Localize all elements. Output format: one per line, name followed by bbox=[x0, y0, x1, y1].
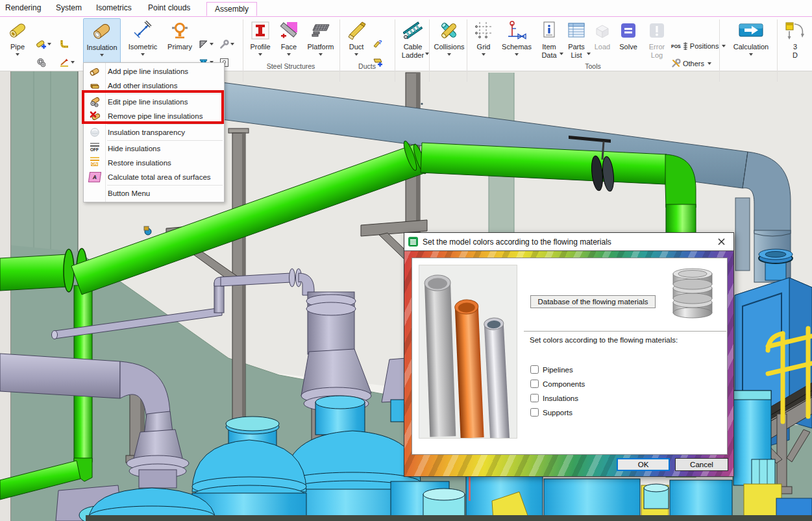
isometric-label: Isometric bbox=[129, 43, 158, 51]
dialog-separator bbox=[524, 331, 726, 332]
profile-button[interactable]: Profile bbox=[247, 18, 274, 69]
positions-screw-icon bbox=[683, 42, 688, 51]
group-label-ducts: Ducts bbox=[339, 62, 395, 70]
set-model-colors-dialog: Set the model colors according to the fl… bbox=[404, 232, 734, 477]
three-d-icon bbox=[784, 18, 806, 43]
platform-label: Platform bbox=[308, 43, 334, 51]
insulation-dropdown-menu: Add pipe line insulations Add other insu… bbox=[83, 62, 225, 202]
checkbox-supports[interactable]: Supports bbox=[530, 408, 572, 417]
item-data-button[interactable]: Item Data bbox=[536, 18, 562, 69]
schemas-button[interactable]: Schemas bbox=[498, 18, 535, 69]
menu-item-label: Calculate total area of surfaces bbox=[105, 173, 211, 181]
menu-item-add-pipe-line-insulations[interactable]: Add pipe line insulations bbox=[84, 64, 224, 79]
tab-assembly[interactable]: Assembly bbox=[206, 2, 257, 16]
pipe-add-button[interactable] bbox=[36, 36, 51, 52]
ok-button[interactable]: OK bbox=[617, 458, 670, 471]
close-button[interactable] bbox=[709, 234, 733, 250]
isometric-button[interactable]: Isometric bbox=[125, 18, 161, 69]
error-log-label: Error Log bbox=[645, 43, 669, 59]
three-d-button[interactable]: 3 D bbox=[780, 18, 810, 69]
support-bracket-icon bbox=[199, 40, 208, 49]
error-log-button: Error Log bbox=[644, 18, 670, 69]
menu-item-label: Edit pipe line insulations bbox=[105, 98, 188, 106]
profile-icon bbox=[251, 18, 270, 43]
cable-ladder-button[interactable]: Cable Ladder bbox=[397, 18, 428, 69]
collisions-icon bbox=[439, 18, 459, 43]
insulations-checkbox[interactable] bbox=[530, 394, 539, 402]
menu-item-remove-pipe-line-insulations[interactable]: Remove pipe line insulations bbox=[84, 109, 224, 123]
solve-button[interactable]: Solve bbox=[615, 18, 641, 69]
positions-icon: POS bbox=[671, 44, 681, 49]
pipe-button[interactable]: Pipe bbox=[3, 18, 32, 69]
calculation-button[interactable]: Calculation bbox=[726, 18, 776, 69]
wrench-button[interactable] bbox=[219, 36, 234, 52]
group-label-tools: Tools bbox=[467, 62, 719, 70]
support-bracket-button[interactable] bbox=[199, 36, 214, 52]
pipelines-checkbox[interactable] bbox=[530, 365, 539, 374]
checkbox-label: Components bbox=[543, 380, 585, 388]
solve-label: Solve bbox=[619, 43, 637, 51]
parts-list-icon bbox=[567, 18, 586, 43]
checkbox-pipelines[interactable]: Pipelines bbox=[530, 365, 573, 374]
checkbox-label: Insulations bbox=[543, 394, 578, 402]
schemas-label: Schemas bbox=[502, 43, 532, 51]
dialog-panel: Database of the flowing materials bbox=[412, 258, 728, 455]
insulation-button[interactable]: Insulation bbox=[83, 18, 121, 69]
duct-label: Duct bbox=[349, 43, 364, 51]
checkbox-label: Supports bbox=[543, 409, 572, 417]
components-checkbox[interactable] bbox=[530, 380, 539, 388]
tab-isometrics[interactable]: Isometrics bbox=[96, 3, 132, 12]
cancel-button[interactable]: Cancel bbox=[675, 458, 728, 471]
dialog-title-bar[interactable]: Set the model colors according to the fl… bbox=[404, 233, 733, 251]
duct-button[interactable]: Duct bbox=[343, 18, 369, 69]
grid-button[interactable]: Grid bbox=[471, 18, 496, 69]
menu-item-add-other-insulations[interactable]: Add other insulations bbox=[84, 79, 224, 93]
database-flowing-materials-button[interactable]: Database of the flowing materials bbox=[530, 295, 656, 308]
duct-check-button[interactable]: ? bbox=[373, 36, 383, 52]
tab-point-clouds[interactable]: Point clouds bbox=[148, 3, 190, 12]
error-log-icon bbox=[647, 18, 667, 43]
collisions-label: Collisions bbox=[434, 43, 464, 51]
checkbox-components[interactable]: Components bbox=[530, 380, 585, 388]
platform-button[interactable]: Platform bbox=[302, 18, 339, 69]
duct-icon bbox=[347, 18, 366, 43]
menu-item-restore-insulations[interactable]: ON Restore insulations bbox=[84, 156, 224, 170]
pipe-elbow-button[interactable] bbox=[60, 36, 69, 52]
insulation-icon bbox=[92, 19, 112, 43]
calculation-icon bbox=[738, 18, 764, 43]
item-data-icon bbox=[539, 18, 559, 43]
tab-system[interactable]: System bbox=[56, 3, 82, 12]
grid-label: Grid bbox=[477, 43, 491, 51]
ribbon-tab-bar: Rendering System Isometrics Point clouds… bbox=[0, 0, 812, 16]
supports-checkbox[interactable] bbox=[530, 408, 539, 417]
pipe-add-icon bbox=[36, 40, 46, 49]
primary-label: Primary bbox=[167, 43, 192, 51]
menu-item-label: Button Menu bbox=[105, 189, 150, 197]
cable-ladder-label: Cable Ladder bbox=[398, 43, 428, 59]
pipes-illustration bbox=[419, 265, 517, 439]
solve-icon bbox=[619, 18, 638, 43]
collisions-button[interactable]: Collisions bbox=[432, 18, 466, 69]
remove-pipe-insulation-icon bbox=[84, 111, 105, 121]
menu-item-calculate-total-area[interactable]: A Calculate total area of surfaces bbox=[84, 170, 224, 184]
face-button[interactable]: Face bbox=[277, 18, 301, 69]
face-icon bbox=[279, 18, 299, 43]
instruction-label: Set colors according to the flowing mate… bbox=[530, 336, 678, 344]
profile-label: Profile bbox=[250, 43, 270, 51]
transparency-icon bbox=[84, 127, 105, 138]
menu-item-insulation-transparency[interactable]: Insulation transparency bbox=[84, 125, 224, 139]
tab-rendering[interactable]: Rendering bbox=[5, 3, 41, 12]
menu-item-hide-insulations[interactable]: OFF Hide insulations bbox=[84, 141, 224, 156]
menu-item-label: Hide insulations bbox=[105, 145, 160, 152]
isometric-icon bbox=[133, 18, 153, 43]
parts-list-button[interactable]: Parts List bbox=[563, 18, 589, 69]
insulation-label: Insulation bbox=[86, 43, 117, 52]
database-icon bbox=[664, 261, 720, 321]
menu-item-edit-pipe-line-insulations[interactable]: Edit pipe line insulations bbox=[84, 95, 224, 109]
menu-item-button-menu[interactable]: Button Menu bbox=[84, 186, 224, 200]
grid-icon bbox=[474, 18, 493, 43]
positions-button[interactable]: POS Positions bbox=[671, 42, 726, 51]
checkbox-insulations[interactable]: Insulations bbox=[530, 394, 578, 402]
primary-button[interactable]: Primary bbox=[164, 18, 196, 69]
dialog-body: Database of the flowing materials bbox=[404, 251, 733, 476]
